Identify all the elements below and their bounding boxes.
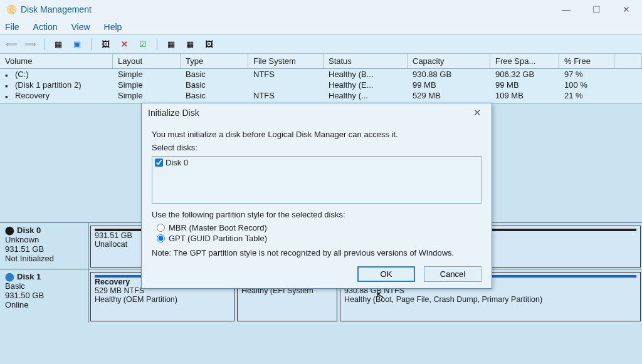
dialog-title: Initialize Disk xyxy=(148,108,469,118)
select-disks-label: Select disks: xyxy=(152,143,482,152)
toolbar-icon[interactable]: ▦ xyxy=(184,38,196,51)
minimize-button[interactable]: — xyxy=(557,4,576,14)
refresh-icon[interactable]: ▣ xyxy=(71,38,83,51)
cell: Basic xyxy=(181,69,248,80)
col-status[interactable]: Status xyxy=(324,54,408,68)
check-icon[interactable]: ☑ xyxy=(137,38,149,51)
menu-help[interactable]: Help xyxy=(104,22,122,32)
cell: Basic xyxy=(181,80,248,90)
mbr-label: MBR (Master Boot Record) xyxy=(169,223,267,232)
col-pctfree[interactable]: % Free xyxy=(559,54,614,68)
cell: NTFS xyxy=(248,69,324,80)
cell: Simple xyxy=(113,90,181,101)
disk-0-checkbox[interactable] xyxy=(155,159,163,167)
nav-back-icon[interactable]: ⟸ xyxy=(5,38,18,51)
close-button[interactable]: ✕ xyxy=(617,4,636,14)
disk-status: Not Initialized xyxy=(5,254,83,263)
col-freespace[interactable]: Free Spa... xyxy=(490,54,559,68)
cell: 21 % xyxy=(559,90,614,101)
toolbar: ⟸ ⟹ ▦ ▣ 🖾 ✕ ☑ ▦ ▦ 🖾 xyxy=(0,35,642,54)
initialize-disk-dialog: Initialize Disk ✕ You must initialize a … xyxy=(141,103,492,289)
cell: 906.32 GB xyxy=(490,69,559,80)
partition-style-label: Use the following partition style for th… xyxy=(152,210,482,219)
cell: Simple xyxy=(113,80,181,90)
drive-icon: ▪ xyxy=(5,92,13,100)
mbr-radio-row[interactable]: MBR (Master Boot Record) xyxy=(157,223,482,232)
toolbar-icon[interactable]: 🖾 xyxy=(203,38,215,51)
disk-0-label: Disk 0 xyxy=(166,158,188,167)
delete-icon[interactable]: ✕ xyxy=(118,38,130,51)
cell: 99 MB xyxy=(490,80,559,90)
drive-icon: ▪ xyxy=(5,81,13,89)
col-filesystem[interactable]: File System xyxy=(248,54,324,68)
toolbar-icon[interactable]: ▦ xyxy=(165,38,177,51)
ok-button[interactable]: OK xyxy=(357,266,415,282)
cell-volume: (Disk 1 partition 2) xyxy=(15,80,81,90)
table-row[interactable]: ▪Recovery Simple Basic NTFS Healthy (...… xyxy=(0,90,642,101)
cell-volume: Recovery xyxy=(15,91,50,100)
disk-type: Unknown xyxy=(5,235,83,244)
toolbar-icon[interactable]: ▦ xyxy=(52,38,65,51)
separator xyxy=(157,39,157,50)
cell: Basic xyxy=(181,90,248,101)
dialog-titlebar: Initialize Disk ✕ xyxy=(142,103,492,122)
cell: Healthy (... xyxy=(324,90,408,101)
partition-state: Healthy (Boot, Page File, Crash Dump, Pr… xyxy=(344,295,636,304)
col-capacity[interactable]: Capacity xyxy=(408,54,490,68)
disk-name: Disk 1 xyxy=(17,272,41,281)
toolbar-icon[interactable]: 🖾 xyxy=(99,38,112,51)
mbr-radio[interactable] xyxy=(157,224,165,232)
cancel-button[interactable]: Cancel xyxy=(424,266,482,282)
table-row[interactable]: ▪(C:) Simple Basic NTFS Healthy (B... 93… xyxy=(0,69,642,80)
gpt-radio[interactable] xyxy=(157,234,165,242)
cell: 109 MB xyxy=(490,90,559,101)
maximize-button[interactable]: ☐ xyxy=(587,4,606,14)
menu-view[interactable]: View xyxy=(71,22,90,32)
app-icon: 📀 xyxy=(6,4,17,14)
disk-list: Disk 0 xyxy=(152,156,482,204)
col-spacer xyxy=(614,54,642,68)
separator xyxy=(91,39,92,50)
table-header-row: Volume Layout Type File System Status Ca… xyxy=(0,54,642,69)
disk-info: ⬤Disk 0 Unknown 931.51 GB Not Initialize… xyxy=(0,223,89,269)
dialog-note: Note: The GPT partition style is not rec… xyxy=(152,248,482,257)
disk-icon: ⬤ xyxy=(5,272,14,281)
partition-state: Healthy (OEM Partition) xyxy=(95,295,230,304)
drive-icon: ▪ xyxy=(5,71,13,78)
nav-forward-icon[interactable]: ⟹ xyxy=(24,38,36,51)
menu-file[interactable]: File xyxy=(5,22,19,32)
cell: Healthy (E... xyxy=(324,80,408,90)
menu-action[interactable]: Action xyxy=(33,22,58,32)
menubar: File Action View Help xyxy=(0,19,642,35)
gpt-label: GPT (GUID Partition Table) xyxy=(169,234,267,243)
disk-status: Online xyxy=(5,300,83,309)
cell: Healthy (B... xyxy=(324,69,408,80)
disk-size: 931.51 GB xyxy=(5,244,83,254)
col-type[interactable]: Type xyxy=(181,54,248,68)
disk-size: 931.50 GB xyxy=(5,291,83,300)
cell: NTFS xyxy=(248,90,324,101)
cell: 99 MB xyxy=(408,80,490,90)
cell: 97 % xyxy=(559,69,614,80)
disk-name: Disk 0 xyxy=(17,226,41,235)
disk-0-checkbox-row[interactable]: Disk 0 xyxy=(155,158,478,167)
dialog-message: You must initialize a disk before Logica… xyxy=(152,130,482,139)
disk-icon: ⬤ xyxy=(5,226,14,235)
cell: 100 % xyxy=(559,80,614,90)
cell: 930.88 GB xyxy=(408,69,490,80)
cell-volume: (C:) xyxy=(15,70,29,79)
window-titlebar: 📀 Disk Management — ☐ ✕ xyxy=(0,0,642,19)
cell: 529 MB xyxy=(408,90,490,101)
close-icon[interactable]: ✕ xyxy=(469,107,485,118)
table-row[interactable]: ▪(Disk 1 partition 2) Simple Basic Healt… xyxy=(0,80,642,90)
col-layout[interactable]: Layout xyxy=(113,54,181,68)
col-volume[interactable]: Volume xyxy=(0,54,113,68)
cell: Simple xyxy=(113,69,181,80)
disk-info: ⬤Disk 1 Basic 931.50 GB Online xyxy=(0,269,89,323)
gpt-radio-row[interactable]: GPT (GUID Partition Table) xyxy=(157,234,482,243)
disk-type: Basic xyxy=(5,281,83,291)
volume-table: Volume Layout Type File System Status Ca… xyxy=(0,54,642,103)
window-title: Disk Management xyxy=(21,4,92,14)
separator xyxy=(44,39,45,50)
cell xyxy=(248,80,324,90)
